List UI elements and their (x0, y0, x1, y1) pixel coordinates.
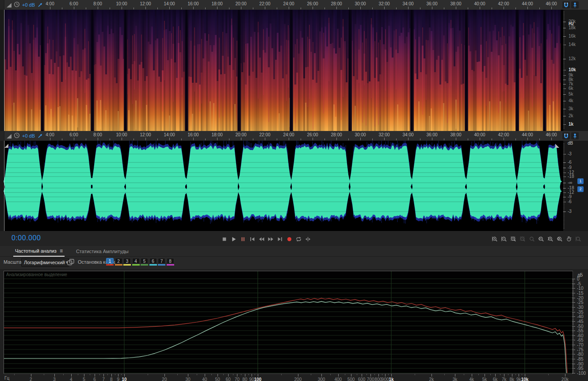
volume-envelope-icon[interactable] (6, 2, 12, 10)
ruler-time-label: 40:00 (470, 132, 489, 137)
ruler-tick (444, 8, 444, 9)
freq-axis-tick (563, 80, 566, 80)
amp-axis-tick (563, 162, 566, 163)
timeline-ruler-spectrogram[interactable]: +0 dB 4:006:008:0010:0012:0014:0016:0018… (0, 0, 588, 10)
plot-db-tick (572, 340, 575, 340)
snap-magnet-button[interactable] (562, 132, 570, 139)
plot-freq-tick (431, 374, 432, 377)
reset-zoom-time-button[interactable] (564, 233, 573, 243)
amp-axis-minor-tick (563, 185, 565, 185)
ruler-time-label: 6:00 (65, 132, 83, 137)
zoom-in-time-button[interactable] (490, 233, 499, 243)
tab-amplitude-statistics[interactable]: Статистика Амплитуды (74, 246, 130, 256)
frame-hold-button-3[interactable]: 3 (123, 258, 131, 264)
amp-axis-minor-tick (563, 228, 565, 229)
amp-axis-minor-tick (563, 203, 565, 204)
plot-freq-minor-tick (522, 374, 522, 375)
timeline-ruler-waveform[interactable]: +0 dB 4:006:008:0010:0012:0014:0016:0018… (0, 131, 588, 141)
ruler-time-label: 20:00 (232, 132, 250, 137)
rewind-button[interactable] (257, 233, 266, 243)
volume-envelope-icon[interactable] (6, 133, 12, 141)
frame-hold-button-8[interactable]: 8 (167, 258, 174, 264)
zoom-out-selection-button[interactable] (518, 233, 527, 243)
plot-db-tick (572, 339, 574, 339)
channel-2-badge[interactable]: 2 (577, 186, 584, 192)
plot-db-label: 0 (577, 277, 580, 281)
frame-hold-color-swatch (115, 264, 122, 266)
plot-freq-minor-tick (115, 374, 115, 375)
freq-axis-minor-tick (563, 91, 565, 92)
clip-gain-label[interactable]: +0 dB (22, 2, 35, 8)
clock-icon[interactable] (14, 132, 20, 140)
pin-timeline-button[interactable] (571, 132, 579, 139)
zoom-out-time-button[interactable] (499, 233, 508, 243)
plot-db-tick (572, 284, 575, 284)
plot-freq-label: 10 (118, 377, 131, 381)
copy-graph-button[interactable] (67, 259, 75, 267)
frame-hold-button-7[interactable]: 7 (158, 258, 165, 264)
ruler-tick (325, 139, 325, 140)
clip-gain-corner-icon[interactable] (4, 142, 8, 150)
scale-select[interactable]: Логарифмический ▼ (21, 258, 69, 267)
spectrogram-panel[interactable]: Hz 20k18k16k14k12k10k9k8k7k6k5k4k3k2k1k (0, 10, 588, 131)
playhead-time-display[interactable]: 0:00.000 (11, 234, 41, 242)
spectrogram-display[interactable] (4, 10, 563, 131)
zoom-full-button[interactable] (527, 233, 536, 243)
zoom-in-right-edge-button[interactable] (546, 233, 555, 243)
skip-to-end-button[interactable] (275, 233, 285, 243)
freq-axis-tick (563, 94, 566, 95)
playhead-line[interactable] (4, 10, 4, 131)
frame-hold-button-1[interactable]: 1 (106, 258, 114, 264)
plot-db-tick (572, 358, 574, 358)
waveform-display[interactable] (4, 141, 563, 231)
clock-icon[interactable] (14, 1, 20, 9)
plot-db-label: -5 (577, 281, 581, 286)
tab-frequency-analysis[interactable]: Частотный анализ ≡ (13, 246, 65, 257)
clip-gain-label[interactable]: +0 dB (22, 133, 35, 139)
panel-grip[interactable] (0, 131, 4, 141)
frame-hold-button-2[interactable]: 2 (115, 258, 122, 264)
panel-grip[interactable] (0, 0, 4, 10)
frame-hold-color-swatch (123, 264, 131, 266)
zoom-selection-edges-button[interactable] (555, 233, 564, 243)
amp-axis-minor-tick (563, 163, 565, 164)
zoom-vertical-button[interactable] (573, 233, 583, 243)
pin-timeline-button[interactable] (571, 1, 579, 8)
zoom-to-selection-button[interactable] (508, 233, 518, 243)
snap-magnet-button[interactable] (562, 1, 570, 8)
zoom-in-left-edge-button[interactable] (536, 233, 546, 243)
ruler-tick (539, 8, 540, 9)
amp-axis-minor-tick (563, 183, 565, 184)
plot-db-tick (572, 316, 574, 316)
record-button[interactable] (285, 233, 294, 243)
clip-gain-corner-icon[interactable] (555, 142, 559, 150)
channel-1-badge[interactable]: 1 (577, 178, 584, 184)
panel-menu-icon[interactable]: ≡ (60, 249, 63, 253)
fast-forward-button[interactable] (266, 233, 275, 243)
playhead-line[interactable] (4, 141, 4, 231)
ruler-time-label: 38:00 (447, 1, 465, 6)
freq-axis-tick (563, 109, 566, 109)
waveform-panel[interactable]: dB 1 2 -3-6-9-12-18-∞-18-12-9-6-3 (0, 141, 588, 231)
play-button[interactable] (229, 233, 238, 243)
analysis-tab-bar: Частотный анализ ≡ Статистика Амплитуды (0, 246, 588, 257)
skip-to-start-button[interactable] (248, 233, 257, 243)
frame-hold-button-4[interactable]: 4 (132, 258, 140, 264)
skip-selection-button[interactable] (303, 233, 313, 243)
amp-axis-minor-tick (563, 200, 565, 201)
plot-freq-minor-tick (107, 374, 108, 375)
amp-axis-tick (563, 202, 566, 202)
loop-playback-button[interactable] (294, 233, 303, 243)
pause-button[interactable] (238, 233, 248, 243)
stop-button[interactable] (220, 233, 229, 243)
ruler-tick (301, 139, 301, 140)
frequency-plot-canvas[interactable] (4, 271, 573, 374)
plot-freq-tick (321, 374, 322, 377)
frame-hold-button-5[interactable]: 5 (141, 258, 148, 264)
amp-axis-minor-tick (563, 147, 565, 148)
plot-freq-tick (362, 374, 362, 377)
ruler-tick (62, 139, 62, 140)
plot-freq-tick (164, 374, 165, 377)
frame-hold-button-6[interactable]: 6 (149, 258, 157, 264)
plot-db-tick (572, 332, 574, 333)
